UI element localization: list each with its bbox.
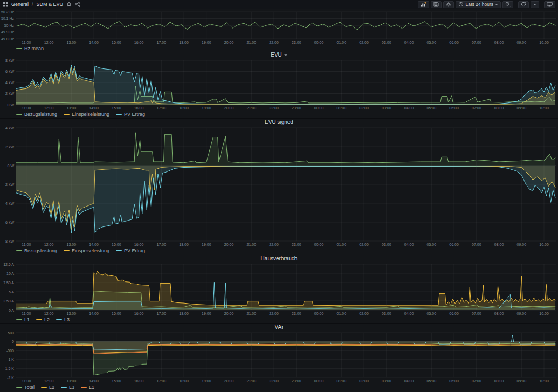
legend-item-Einspeiseleistung[interactable]: Einspeiseleistung — [64, 248, 109, 253]
legend-swatch — [64, 250, 70, 251]
x-axis-label: 16:00 — [134, 379, 144, 383]
x-axis-label: 13:00 — [67, 106, 77, 110]
legend-item-L2[interactable]: L2 — [41, 384, 54, 390]
x-axis-label: 17:00 — [157, 40, 167, 44]
legend-item-L1[interactable]: L1 — [16, 317, 30, 322]
x-axis-label: 06:00 — [449, 40, 459, 44]
x-axis-label: 19:00 — [202, 312, 211, 315]
time-range-picker[interactable]: Last 24 hours — [456, 1, 501, 8]
x-axis-label: 07:00 — [472, 379, 481, 383]
legend-item-PV Ertrag[interactable]: PV Ertrag — [116, 248, 145, 253]
legend-item-L3[interactable]: L3 — [56, 317, 70, 322]
y-axis-label: 8 kW — [5, 59, 14, 63]
evu-chart[interactable]: 11:0012:0013:0014:0015:0016:0017:0018:00… — [0, 58, 558, 111]
star-icon — [66, 2, 72, 7]
x-axis-label: 10:00 — [539, 312, 549, 315]
x-axis-label: 05:00 — [427, 243, 437, 246]
x-axis-label: 18:00 — [179, 106, 189, 110]
x-axis-label: 03:00 — [382, 106, 391, 110]
save-dashboard-button[interactable] — [431, 1, 442, 8]
panel-title-evu-signed[interactable]: EVU signed — [0, 119, 558, 126]
series-line-Bezugsleistung — [16, 133, 555, 163]
panel-title-hausverbrauch[interactable]: Hausverbrauch — [0, 255, 558, 262]
x-axis-label: 09:00 — [517, 106, 527, 110]
legend-swatch — [56, 319, 62, 320]
x-axis-label: 06:00 — [449, 106, 459, 110]
add-panel-button[interactable] — [418, 1, 429, 8]
x-axis-label: 04:00 — [404, 243, 414, 246]
legend-series-label: Bezugsleistung — [24, 248, 57, 253]
x-axis-label: 06:00 — [449, 243, 459, 246]
var-chart[interactable]: 11:0012:0013:0014:0015:0016:0017:0018:00… — [0, 331, 558, 384]
x-axis-label: 03:00 — [382, 312, 391, 315]
x-axis-label: 12:00 — [44, 40, 54, 44]
x-axis-label: 03:00 — [382, 379, 391, 383]
x-axis-label: 16:00 — [134, 243, 144, 246]
legend-item-PV Ertrag[interactable]: PV Ertrag — [116, 112, 145, 117]
x-axis-label: 07:00 — [472, 243, 481, 246]
x-axis-label: 04:00 — [404, 40, 414, 44]
legend-swatch — [16, 250, 22, 251]
panel-legend-evu: BezugsleistungEinspeiseleistungPV Ertrag — [0, 111, 558, 117]
x-axis-label: 20:00 — [224, 106, 234, 110]
x-axis-label: 08:00 — [494, 106, 504, 110]
x-axis-label: 17:00 — [157, 243, 167, 246]
y-axis-label: 5 A — [9, 290, 14, 294]
series-area-PV Ertrag — [16, 166, 555, 233]
legend-item-L1[interactable]: L1 — [81, 384, 94, 390]
legend-series-label: L1 — [24, 317, 30, 322]
x-axis-label: 22:00 — [269, 40, 279, 44]
evu-signed-chart[interactable]: 11:0012:0013:0014:0015:0016:0017:0018:00… — [0, 126, 558, 247]
zoom-out-button[interactable] — [502, 1, 513, 8]
panel-legend-evu-signed: BezugsleistungEinspeiseleistungPV Ertrag — [0, 247, 558, 253]
frequency-chart[interactable]: 11:0012:0013:0014:0015:0016:0017:0018:00… — [0, 10, 558, 45]
apps-grid-icon — [3, 2, 8, 7]
panel-title-text: VAr — [275, 324, 284, 330]
time-range-label: Last 24 hours — [465, 2, 493, 7]
x-axis-label: 12:00 — [44, 243, 54, 246]
panel-title-evu[interactable]: EVU — [0, 51, 558, 58]
legend-item-Einspeiseleistung[interactable]: Einspeiseleistung — [64, 112, 109, 117]
refresh-interval-dropdown[interactable] — [531, 1, 539, 8]
legend-series-label: L2 — [44, 317, 50, 322]
y-axis-label: 0 — [12, 340, 14, 343]
star-dashboard-button[interactable] — [66, 2, 72, 7]
x-axis-label: 08:00 — [494, 379, 504, 383]
share-dashboard-button[interactable] — [75, 2, 80, 7]
x-axis-label: 20:00 — [224, 312, 234, 315]
add-panel-icon — [421, 2, 426, 7]
legend-swatch — [36, 319, 42, 320]
panel-evu-signed: EVU signed11:0012:0013:0014:0015:0016:00… — [0, 119, 558, 255]
dashboards-menu-button[interactable] — [3, 2, 8, 7]
legend-item-L3[interactable]: L3 — [61, 384, 74, 390]
series-line-Hz.mean — [17, 22, 555, 30]
x-axis-label: 14:00 — [89, 312, 99, 315]
x-axis-label: 18:00 — [179, 312, 189, 315]
refresh-button[interactable] — [518, 1, 529, 8]
breadcrumb-folder[interactable]: General — [11, 2, 29, 7]
legend-item-Bezugsleistung[interactable]: Bezugsleistung — [16, 112, 57, 117]
y-axis-label: 12.5 A — [3, 263, 14, 266]
panel-title-text: EVU — [271, 52, 282, 58]
panel-title-var[interactable]: VAr — [0, 324, 558, 331]
panel-legend-hausverbrauch: L1L2L3 — [0, 317, 558, 322]
legend-item-Total[interactable]: Total — [16, 384, 35, 390]
x-axis-label: 17:00 — [157, 106, 167, 110]
x-axis-label: 22:00 — [269, 379, 279, 383]
x-axis-label: 03:00 — [382, 243, 391, 246]
y-axis-label: -6 kW — [4, 221, 15, 224]
panel-title-text: Hausverbrauch — [261, 256, 298, 262]
hausverbrauch-chart[interactable]: 11:0012:0013:0014:0015:0016:0017:0018:00… — [0, 262, 558, 317]
x-axis-label: 17:00 — [157, 379, 167, 383]
breadcrumb-dashboard[interactable]: SDM & EVU — [37, 2, 64, 7]
legend-series-label: Total — [24, 384, 35, 390]
panel-legend-var: TotalL2L3L1 — [0, 384, 558, 390]
legend-item-Bezugsleistung[interactable]: Bezugsleistung — [16, 248, 57, 253]
x-axis-label: 09:00 — [517, 379, 527, 383]
x-axis-label: 05:00 — [427, 312, 437, 315]
dashboard-settings-button[interactable] — [443, 1, 454, 8]
legend-item-Hz.mean[interactable]: Hz.mean — [16, 46, 44, 51]
cycle-view-button[interactable] — [544, 1, 555, 8]
legend-item-L2[interactable]: L2 — [36, 317, 50, 322]
x-axis-label: 01:00 — [337, 379, 347, 383]
